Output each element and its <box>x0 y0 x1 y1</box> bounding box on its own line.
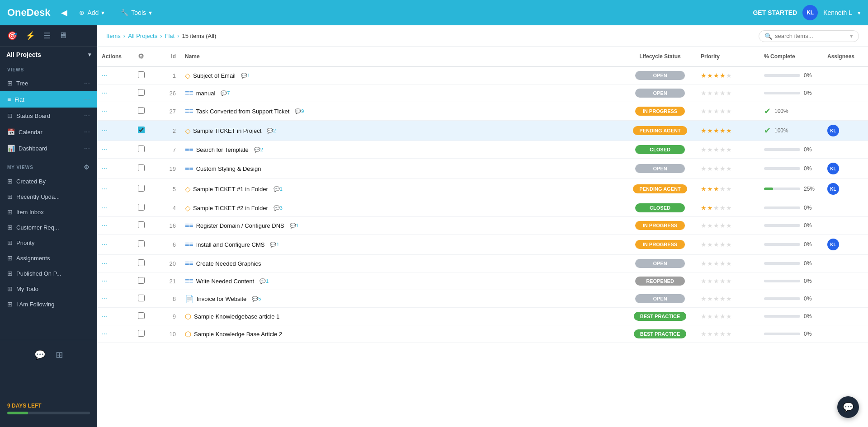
sidebar-bottom-grid-icon[interactable]: ⊞ <box>54 347 65 362</box>
sidebar-item-customer-req[interactable]: ⊞ Customer Req... <box>0 220 97 235</box>
item-name[interactable]: Sample TICKET #2 in Folder <box>193 205 268 211</box>
star-rating[interactable]: ★★★★★ <box>701 146 755 153</box>
row-checkbox[interactable] <box>138 185 145 192</box>
item-name[interactable]: Sample Knowledge Base Article 2 <box>194 331 282 338</box>
sidebar-item-calendar[interactable]: 📅 Calendar ··· <box>0 124 97 140</box>
sidebar-bottom-chat-icon[interactable]: 💬 <box>33 347 47 362</box>
row-checkbox[interactable] <box>138 330 145 337</box>
item-name[interactable]: Sample TICKET #1 in Folder <box>193 186 268 192</box>
search-input[interactable] <box>775 33 847 39</box>
status-badge[interactable]: REOPENED <box>635 277 685 286</box>
row-actions-dots[interactable]: ··· <box>102 185 108 192</box>
item-name[interactable]: Custom Styling & Design <box>196 165 261 172</box>
star-rating[interactable]: ★★★★★ <box>701 165 755 172</box>
row-checkbox[interactable] <box>138 145 145 152</box>
row-actions-dots[interactable]: ··· <box>102 107 108 115</box>
status-badge[interactable]: IN PROGRESS <box>635 107 685 116</box>
item-name[interactable]: Create Needed Graphics <box>196 260 261 267</box>
comment-badge[interactable]: 💬3 <box>274 205 283 211</box>
comment-badge[interactable]: 💬5 <box>252 296 261 302</box>
row-actions-dots[interactable]: ··· <box>102 277 108 285</box>
row-checkbox[interactable] <box>138 240 145 247</box>
row-actions-dots[interactable]: ··· <box>102 312 108 320</box>
status-badge[interactable]: OPEN <box>635 71 685 80</box>
comment-badge[interactable]: 💬2 <box>267 128 276 134</box>
add-button[interactable]: ⊕ Add ▾ <box>75 6 109 19</box>
star-rating[interactable]: ★★★★★ <box>701 330 755 338</box>
star-rating[interactable]: ★★★★★ <box>701 204 755 211</box>
item-name[interactable]: Search for Template <box>196 146 249 153</box>
row-actions-dots[interactable]: ··· <box>102 71 108 79</box>
my-views-settings-icon[interactable]: ⚙ <box>84 164 90 171</box>
status-board-dots[interactable]: ··· <box>84 112 90 120</box>
comment-badge[interactable]: 💬1 <box>290 223 299 229</box>
user-name[interactable]: Kenneth L <box>823 9 852 16</box>
sidebar-item-dashboard[interactable]: 📊 Dashboard ··· <box>0 140 97 156</box>
status-badge[interactable]: PENDING AGENT <box>633 184 687 193</box>
item-name[interactable]: Invoice for Website <box>197 296 246 302</box>
row-actions-dots[interactable]: ··· <box>102 145 108 153</box>
star-rating[interactable]: ★★★★★ <box>701 295 755 302</box>
star-rating[interactable]: ★★★★★ <box>701 108 755 115</box>
breadcrumb-items[interactable]: Items <box>106 33 121 39</box>
row-checkbox[interactable] <box>138 89 145 96</box>
status-badge[interactable]: OPEN <box>635 89 685 98</box>
comment-badge[interactable]: 💬2 <box>254 147 263 153</box>
sidebar-item-assignments[interactable]: ⊞ Assignments <box>0 250 97 266</box>
row-actions-dots[interactable]: ··· <box>102 240 108 248</box>
sidebar-item-published-on-p[interactable]: ⊞ Published On P... <box>0 266 97 281</box>
star-rating[interactable]: ★★★★★ <box>701 222 755 229</box>
comment-badge[interactable]: 💬1 <box>241 73 250 79</box>
item-name[interactable]: Sample Knowledgebase article 1 <box>194 313 279 320</box>
sidebar-item-recently-updated[interactable]: ⊞ Recently Upda... <box>0 189 97 204</box>
status-badge[interactable]: IN PROGRESS <box>635 221 685 230</box>
sidebar-item-flat[interactable]: ≡ Flat ··· <box>0 91 97 108</box>
status-badge[interactable]: OPEN <box>635 294 685 303</box>
item-name[interactable]: manual <box>196 90 216 97</box>
tools-button[interactable]: 🔧 Tools ▾ <box>116 6 156 19</box>
star-rating[interactable]: ★★★★★ <box>701 72 755 79</box>
breadcrumb-flat[interactable]: Flat <box>165 33 175 39</box>
item-name[interactable]: Register Domain / Configure DNS <box>196 222 284 229</box>
sidebar-item-my-todo[interactable]: ⊞ My Todo <box>0 281 97 296</box>
row-actions-dots[interactable]: ··· <box>102 204 108 211</box>
comment-badge[interactable]: 💬1 <box>274 186 283 192</box>
sidebar-item-priority[interactable]: ⊞ Priority <box>0 235 97 250</box>
calendar-dots[interactable]: ··· <box>84 128 90 136</box>
star-rating[interactable]: ★★★★★ <box>701 260 755 267</box>
sidebar-item-status-board[interactable]: ⊡ Status Board ··· <box>0 108 97 124</box>
comment-badge[interactable]: 💬9 <box>295 108 304 114</box>
item-name[interactable]: Task Converted from Support Ticket <box>196 108 290 115</box>
row-checkbox[interactable] <box>138 277 145 284</box>
sidebar-app-icon-1[interactable]: 🎯 <box>5 29 19 42</box>
item-name[interactable]: Install and Configure CMS <box>196 241 265 248</box>
row-actions-dots[interactable]: ··· <box>102 164 108 172</box>
sidebar-app-icon-3[interactable]: ☰ <box>42 29 52 42</box>
row-checkbox[interactable] <box>138 295 145 301</box>
search-dropdown-icon[interactable]: ▾ <box>850 33 853 39</box>
comment-badge[interactable]: 💬1 <box>259 278 269 284</box>
comment-badge[interactable]: 💬1 <box>270 242 279 248</box>
status-badge[interactable]: IN PROGRESS <box>635 240 685 249</box>
row-actions-dots[interactable]: ··· <box>102 127 108 134</box>
chat-fab-button[interactable]: 💬 <box>837 396 859 418</box>
dashboard-dots[interactable]: ··· <box>84 144 90 152</box>
star-rating[interactable]: ★★★★★ <box>701 313 755 320</box>
sidebar-item-tree[interactable]: ⊞ Tree ··· <box>0 75 97 91</box>
col-header-settings[interactable]: ⚙ <box>133 47 153 66</box>
star-rating[interactable]: ★★★★★ <box>701 89 755 97</box>
status-badge[interactable]: CLOSED <box>635 203 685 212</box>
user-dropdown-icon[interactable]: ▾ <box>858 9 861 16</box>
row-actions-dots[interactable]: ··· <box>102 221 108 229</box>
status-badge[interactable]: BEST PRACTICE <box>634 312 687 321</box>
star-rating[interactable]: ★★★★★ <box>701 277 755 285</box>
row-actions-dots[interactable]: ··· <box>102 330 108 338</box>
row-checkbox[interactable] <box>138 221 145 228</box>
star-rating[interactable]: ★★★★★ <box>701 127 755 134</box>
star-rating[interactable]: ★★★★★ <box>701 241 755 248</box>
status-badge[interactable]: CLOSED <box>635 145 685 154</box>
breadcrumb-all-projects[interactable]: All Projects <box>128 33 157 39</box>
row-actions-dots[interactable]: ··· <box>102 259 108 267</box>
all-projects-header[interactable]: All Projects ▾ <box>0 47 97 60</box>
status-badge[interactable]: BEST PRACTICE <box>634 329 687 338</box>
